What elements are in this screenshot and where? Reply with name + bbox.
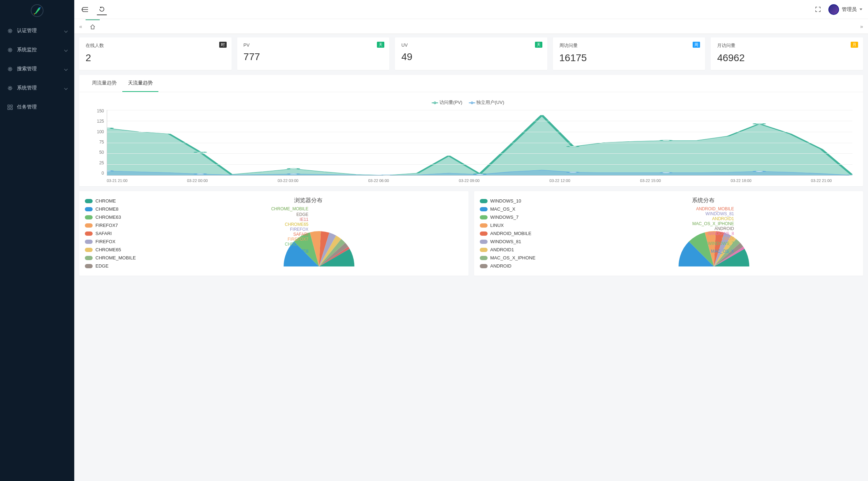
refresh-icon[interactable] [97, 4, 107, 15]
home-icon [90, 24, 95, 30]
svg-point-23 [568, 172, 578, 173]
pie-legend-item[interactable]: FIREFOX7 [85, 221, 148, 229]
sidebar-item-label: 认证管理 [17, 28, 37, 34]
stat-value: 49 [401, 51, 541, 63]
traffic-tab[interactable]: 天流量趋势 [122, 75, 158, 92]
topbar: 管理员 [74, 0, 868, 19]
stat-label: 在线人数 [86, 42, 225, 49]
pie-legend-item[interactable]: ANDROID1 [480, 246, 543, 254]
x-tick: 03-22 06:00 [368, 178, 389, 183]
pie-callout: MAC_OS_X_IPHONE [692, 221, 734, 226]
pie-legend-item[interactable]: CHROME_MOBILE [85, 254, 148, 262]
stat-card: 周访问量16175周 [553, 37, 705, 70]
pie-legend-item[interactable]: ANDROID [480, 262, 543, 270]
svg-point-18 [107, 170, 112, 171]
svg-point-2 [9, 49, 11, 51]
grid-icon [7, 104, 13, 110]
legend-swatch [480, 248, 488, 252]
stat-badge: 月 [851, 42, 858, 48]
pie-callout: WINDOWS_8 [708, 231, 734, 236]
legend-swatch [85, 223, 93, 228]
stat-badge: 时 [219, 42, 227, 48]
pie-legend-item[interactable]: WINDOWS_7 [480, 213, 543, 221]
pie-legend-item[interactable]: WINDOWS_81 [480, 237, 543, 246]
pie-legend-item[interactable]: CHROME8 [85, 205, 148, 213]
user-menu[interactable]: 管理员 [828, 4, 862, 15]
chevron-down-icon [860, 8, 862, 10]
sidebar-item[interactable]: 搜索管理 [0, 59, 74, 78]
svg-point-4 [9, 87, 11, 89]
pie-legend-item[interactable]: FIREFOX [85, 237, 148, 246]
pie-legend-item[interactable]: CHROME [85, 197, 148, 205]
stat-badge: 周 [693, 42, 700, 48]
chart-legend-item[interactable]: 访问量(PV) [432, 100, 462, 105]
x-tick: 03-22 12:00 [549, 178, 570, 183]
legend-swatch [480, 215, 488, 219]
chart-legend-item[interactable]: 独立用户(UV) [469, 100, 504, 105]
avatar [828, 4, 839, 15]
pie-callout: CHROME65 [285, 222, 309, 227]
sidebar-item[interactable]: 系统管理 [0, 78, 74, 98]
legend-swatch [85, 256, 93, 260]
stat-value: 2 [86, 52, 225, 64]
legend-swatch [85, 199, 93, 203]
sidebar-item-label: 系统管理 [17, 85, 37, 91]
legend-swatch [480, 264, 488, 268]
pie-callout: SAFARI [293, 232, 309, 237]
svg-point-16 [754, 123, 765, 124]
pie-legend-item[interactable]: ANDROID_MOBILE [480, 229, 543, 237]
svg-point-25 [754, 171, 765, 172]
legend-swatch [85, 248, 93, 252]
pie-legend-item[interactable]: LINUX [480, 221, 543, 229]
user-name: 管理员 [842, 6, 857, 13]
svg-point-11 [288, 168, 299, 169]
sidebar-item[interactable]: 系统监控 [0, 40, 74, 59]
legend-swatch [480, 223, 488, 228]
traffic-panel: 周流量趋势天流量趋势 访问量(PV) 独立用户(UV) 150125100755… [79, 75, 863, 186]
pie-legend-item[interactable]: EDGE [85, 262, 148, 270]
svg-point-10 [195, 152, 206, 153]
legend-swatch [480, 240, 488, 244]
menu-toggle-icon[interactable] [80, 5, 90, 14]
legend-swatch [85, 240, 93, 244]
legend-swatch [480, 231, 488, 236]
pie-legend-item[interactable]: MAC_OS_X [480, 205, 543, 213]
sidebar-item[interactable]: 认证管理 [0, 21, 74, 40]
svg-rect-7 [8, 108, 10, 110]
svg-point-24 [661, 172, 671, 173]
pie-legend-item[interactable]: WINDOWS_10 [480, 197, 543, 205]
tabs-scroll-right[interactable]: » [858, 23, 865, 29]
svg-point-26 [847, 175, 852, 175]
pie-callout: ANDROID_MOBILE [696, 206, 734, 211]
svg-rect-8 [11, 108, 12, 110]
stat-label: UV [401, 42, 541, 48]
pie-callout: CHROME8 [287, 249, 308, 254]
sidebar-item[interactable]: 任务管理 [0, 98, 74, 117]
x-tick: 03-22 09:00 [459, 178, 480, 183]
gear-icon [7, 85, 13, 91]
pie-callout: FIREFOX [290, 227, 308, 232]
svg-point-1 [9, 30, 11, 32]
pie-legend-item[interactable]: CHROME63 [85, 213, 148, 221]
svg-point-3 [9, 68, 11, 70]
legend-swatch [480, 256, 488, 260]
x-tick: 03-21 21:00 [107, 178, 128, 183]
stat-label: 周访问量 [559, 42, 699, 49]
pie-legend-item[interactable]: MAC_OS_X_IPHONE [480, 254, 543, 262]
legend-swatch [480, 199, 488, 203]
chevron-down-icon [64, 67, 68, 71]
pie-legend-item[interactable]: CHROME65 [85, 246, 148, 254]
svg-rect-6 [11, 105, 12, 107]
fullscreen-icon[interactable] [813, 5, 823, 14]
pie-legend-item[interactable]: SAFARI [85, 229, 148, 237]
pie-callout: LINUX [722, 236, 734, 241]
pie-callout: CHROME63 [285, 242, 309, 247]
traffic-tab[interactable]: 周流量趋势 [86, 75, 122, 92]
pie-callout: CHROME_MOBILE [271, 206, 308, 211]
y-tick: 50 [90, 150, 104, 155]
tabs-scroll-left[interactable]: « [77, 23, 84, 29]
os-pie-panel: WINDOWS_10MAC_OS_XWINDOWS_7LINUXANDROID_… [474, 191, 863, 276]
tab-home[interactable] [86, 19, 100, 34]
stat-badge: 天 [535, 42, 542, 48]
gear-icon [7, 47, 13, 53]
